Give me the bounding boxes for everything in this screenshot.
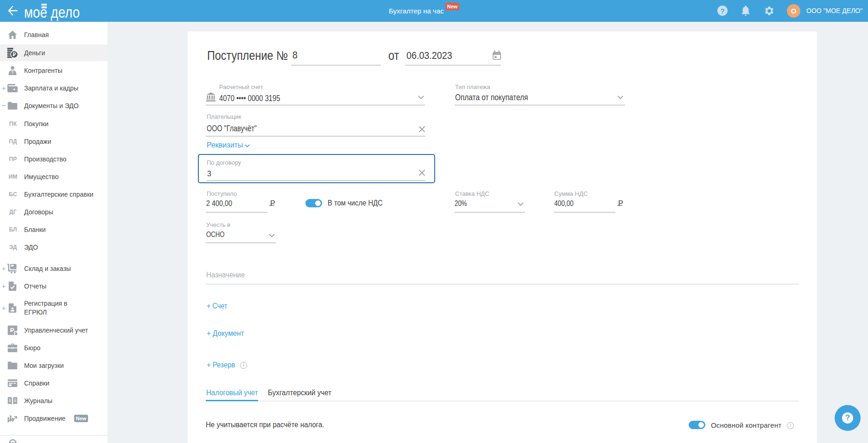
svg-text:Р: Р bbox=[13, 51, 16, 57]
svg-text:Р: Р bbox=[10, 327, 14, 334]
svg-text:?: ? bbox=[720, 7, 724, 15]
